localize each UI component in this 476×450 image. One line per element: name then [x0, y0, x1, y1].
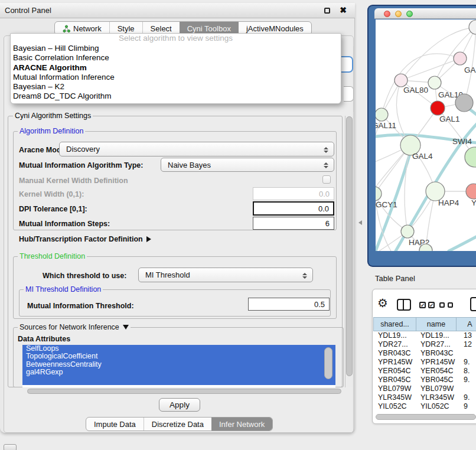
check-icon[interactable]: ✓: [428, 302, 435, 308]
apply-button-label: Apply: [169, 400, 190, 409]
which-threshold-combo[interactable]: MI Threshold: [138, 268, 313, 282]
table-cell: YBL079W: [373, 384, 416, 393]
table-cell: YBR043C: [416, 349, 457, 358]
settings-scrollbar-thumb[interactable]: [346, 116, 353, 376]
table-cell: YBR043C: [373, 349, 416, 358]
network-node-hap2[interactable]: [401, 225, 414, 238]
column-header[interactable]: shared...: [373, 317, 416, 331]
network-edge-thick[interactable]: [449, 236, 476, 251]
algorithm-option[interactable]: Bayesian – K2: [11, 82, 341, 92]
network-node-y[interactable]: [466, 184, 476, 199]
network-window-titlebar[interactable]: [374, 8, 476, 19]
kernel-width-field[interactable]: 0.0: [253, 187, 334, 200]
close-traffic-light[interactable]: [384, 11, 390, 17]
network-view-window: GALGAL80GAL10GAL1GAL11GAL4SWI4HAP4YGCY1H…: [367, 5, 476, 267]
bottom-tab-discretize-data[interactable]: Discretize Data: [144, 418, 211, 431]
unchecked-box-icon[interactable]: [439, 302, 445, 308]
unchecked-box-icon[interactable]: [448, 302, 453, 308]
mi-threshold-field[interactable]: 0.5: [248, 298, 330, 311]
table-row[interactable]: YLR345WYLR345W9.: [373, 393, 476, 402]
attribute-item[interactable]: BetweennessCentrality: [22, 361, 335, 369]
network-node-gcy1[interactable]: [376, 187, 382, 201]
network-node[interactable]: [455, 94, 473, 112]
table-doc-icon[interactable]: [470, 297, 476, 311]
sources-collapse-toggle[interactable]: Sources for Network Inference: [18, 323, 131, 331]
network-node-gal[interactable]: [454, 52, 467, 65]
combo-spinner-icon[interactable]: [324, 144, 329, 155]
table-row[interactable]: YBR045CYBR045C9.: [373, 376, 476, 384]
table-row[interactable]: YDR27...YDR27...12: [373, 340, 476, 349]
mi-steps-field[interactable]: 6: [253, 217, 334, 230]
network-node-gal10[interactable]: [428, 76, 441, 89]
bottom-corner-button[interactable]: [4, 444, 17, 450]
attribute-item[interactable]: SelfLoops: [22, 345, 335, 353]
expand-right-icon[interactable]: [146, 236, 151, 242]
algorithm-combo-edge[interactable]: [341, 56, 353, 73]
zoom-traffic-light[interactable]: [406, 11, 413, 17]
window-title: Control Panel: [5, 6, 51, 15]
float-icon[interactable]: [324, 8, 330, 14]
table-cell: 9: [457, 402, 476, 411]
control-panel-titlebar[interactable]: Control Panel ✖: [0, 3, 355, 18]
network-node-gal11[interactable]: [376, 108, 388, 121]
bottom-tab-infer-network[interactable]: Infer Network: [211, 418, 272, 431]
table-cell: 13: [457, 331, 476, 340]
dpi-tolerance-field[interactable]: 0.0: [253, 201, 334, 216]
network-node-gal1[interactable]: [431, 101, 445, 115]
settings-gear-icon[interactable]: ⚙: [377, 296, 388, 309]
hub-definition-expander[interactable]: Hub/Transcription Factor Definition: [19, 235, 151, 243]
table-row[interactable]: YIL052CYIL052C9: [373, 402, 476, 411]
check-icon[interactable]: ✓: [419, 302, 426, 308]
data-attributes-list[interactable]: SelfLoopsTopologicalCoefficientBetweenne…: [22, 345, 335, 387]
network-combo-edge[interactable]: [344, 86, 354, 102]
network-canvas-svg[interactable]: GALGAL80GAL10GAL1GAL11GAL4SWI4HAP4YGCY1H…: [376, 19, 476, 251]
table-row[interactable]: YBL079WYBL079W: [373, 384, 476, 393]
node-label: GAL4: [412, 152, 433, 161]
bottom-tab-impute-data[interactable]: Impute Data: [86, 418, 144, 431]
attribute-item[interactable]: TopologicalCoefficient: [22, 353, 335, 360]
combo-spinner-icon[interactable]: [302, 270, 308, 281]
algorithm-definition-title: Algorithm Definition: [18, 127, 85, 135]
mi-type-combo[interactable]: Naive Bayes: [161, 158, 334, 172]
combo-spinner-icon[interactable]: [324, 159, 329, 170]
aracne-mode-combo[interactable]: Discovery: [59, 142, 334, 156]
table-row[interactable]: YBR043CYBR043C: [373, 349, 476, 358]
table-row[interactable]: YDL19...YDL19...13: [373, 331, 476, 340]
collapse-down-icon[interactable]: [123, 325, 129, 330]
which-threshold-label: Which threshold to use:: [43, 272, 126, 280]
which-threshold-value: MI Threshold: [145, 270, 190, 279]
column-header[interactable]: A: [457, 317, 476, 331]
network-canvas[interactable]: GALGAL80GAL10GAL1GAL11GAL4SWI4HAP4YGCY1H…: [376, 19, 476, 251]
network-node-gal80[interactable]: [395, 74, 407, 87]
algorithm-dropdown: Select algorithm to view settings Bayesi…: [10, 33, 341, 104]
algorithm-option[interactable]: Mutual Information Inference: [11, 73, 341, 82]
table-cell: [457, 384, 476, 393]
splitter-collapse-icon[interactable]: [358, 220, 362, 225]
attributes-scrollbar-thumb[interactable]: [324, 347, 332, 379]
algorithm-option[interactable]: ARACNE Algorithm: [11, 63, 341, 73]
manual-kernel-checkbox[interactable]: [322, 175, 331, 184]
table-hscrollbar-thumb[interactable]: [376, 414, 476, 420]
network-node-swi4[interactable]: [465, 147, 476, 167]
close-icon[interactable]: ✖: [340, 5, 347, 15]
minimize-traffic-light[interactable]: [395, 11, 402, 17]
table-header: shared...nameA: [373, 317, 476, 331]
split-columns-icon[interactable]: [397, 299, 411, 311]
settings-hscrollbar-thumb[interactable]: [27, 389, 341, 394]
aracne-mode-value: Discovery: [66, 145, 100, 154]
table-cell: YDR27...: [373, 340, 416, 349]
table-cell: 9.: [457, 393, 476, 402]
algorithm-option[interactable]: Basic Correlation Inference: [11, 53, 341, 63]
algorithm-option[interactable]: Bayesian – Hill Climbing: [11, 44, 341, 53]
tab-label: jActiveMNodules: [246, 24, 304, 33]
algorithm-option[interactable]: Dream8 DC_TDC Algorithm: [11, 92, 341, 101]
table-body[interactable]: YDL19...YDL19...13YDR27...YDR27...12YBR0…: [373, 331, 476, 413]
attribute-item[interactable]: gal4RGexp: [22, 369, 335, 376]
attribute-item[interactable]: [22, 377, 335, 385]
apply-button[interactable]: Apply: [159, 398, 200, 412]
column-header[interactable]: name: [416, 317, 457, 331]
tab-label: Infer Network: [219, 420, 265, 429]
table-row[interactable]: YER054CYER054C8.: [373, 367, 476, 376]
table-row[interactable]: YPR145WYPR145W9.: [373, 358, 476, 367]
mi-steps-value: 6: [325, 219, 330, 228]
